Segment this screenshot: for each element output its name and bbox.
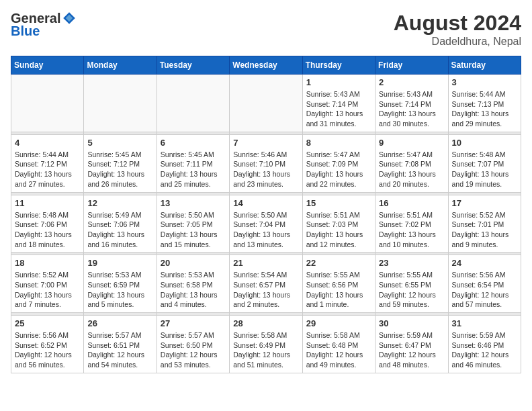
day-number: 31 bbox=[452, 318, 517, 328]
calendar-cell: 13Sunrise: 5:50 AM Sunset: 7:05 PM Dayli… bbox=[157, 195, 229, 253]
day-number: 8 bbox=[306, 138, 371, 148]
calendar-cell: 28Sunrise: 5:58 AM Sunset: 6:49 PM Dayli… bbox=[230, 316, 302, 373]
day-info: Sunrise: 5:57 AM Sunset: 6:50 PM Dayligh… bbox=[161, 330, 226, 370]
calendar-cell: 20Sunrise: 5:53 AM Sunset: 6:58 PM Dayli… bbox=[157, 255, 229, 313]
day-number: 29 bbox=[306, 318, 371, 328]
day-number: 30 bbox=[379, 318, 444, 328]
calendar-cell: 19Sunrise: 5:53 AM Sunset: 6:59 PM Dayli… bbox=[84, 255, 157, 313]
day-info: Sunrise: 5:55 AM Sunset: 6:55 PM Dayligh… bbox=[379, 270, 444, 310]
day-number: 12 bbox=[87, 198, 152, 208]
day-info: Sunrise: 5:44 AM Sunset: 7:12 PM Dayligh… bbox=[15, 150, 80, 189]
calendar-cell: 12Sunrise: 5:49 AM Sunset: 7:06 PM Dayli… bbox=[84, 195, 157, 253]
day-info: Sunrise: 5:54 AM Sunset: 6:57 PM Dayligh… bbox=[233, 270, 298, 310]
col-header-wednesday: Wednesday bbox=[230, 56, 302, 75]
day-number: 17 bbox=[452, 198, 517, 208]
day-number: 6 bbox=[161, 138, 226, 148]
day-number: 16 bbox=[379, 198, 444, 208]
calendar-cell: 6Sunrise: 5:45 AM Sunset: 7:11 PM Daylig… bbox=[157, 134, 229, 192]
col-header-sunday: Sunday bbox=[11, 56, 84, 75]
day-info: Sunrise: 5:53 AM Sunset: 6:58 PM Dayligh… bbox=[161, 270, 226, 310]
day-info: Sunrise: 5:51 AM Sunset: 7:02 PM Dayligh… bbox=[379, 210, 444, 250]
calendar-cell: 9Sunrise: 5:47 AM Sunset: 7:08 PM Daylig… bbox=[375, 134, 448, 192]
day-info: Sunrise: 5:50 AM Sunset: 7:05 PM Dayligh… bbox=[161, 210, 226, 250]
day-number: 4 bbox=[15, 138, 80, 148]
day-info: Sunrise: 5:49 AM Sunset: 7:06 PM Dayligh… bbox=[87, 210, 152, 250]
calendar-cell: 21Sunrise: 5:54 AM Sunset: 6:57 PM Dayli… bbox=[230, 255, 302, 313]
day-number: 19 bbox=[87, 258, 152, 268]
title-area: August 2024 Dadeldhura, Nepal bbox=[394, 11, 521, 48]
location: Dadeldhura, Nepal bbox=[394, 36, 521, 48]
day-info: Sunrise: 5:47 AM Sunset: 7:08 PM Dayligh… bbox=[379, 150, 444, 189]
calendar-cell: 26Sunrise: 5:57 AM Sunset: 6:51 PM Dayli… bbox=[84, 316, 157, 373]
calendar-cell bbox=[230, 75, 302, 132]
day-number: 21 bbox=[233, 258, 298, 268]
calendar-cell: 18Sunrise: 5:52 AM Sunset: 7:00 PM Dayli… bbox=[11, 255, 84, 313]
calendar-cell: 22Sunrise: 5:55 AM Sunset: 6:56 PM Dayli… bbox=[302, 255, 375, 313]
day-number: 20 bbox=[161, 258, 226, 268]
calendar-cell: 24Sunrise: 5:56 AM Sunset: 6:54 PM Dayli… bbox=[448, 255, 521, 313]
day-number: 2 bbox=[379, 77, 444, 87]
calendar-cell: 15Sunrise: 5:51 AM Sunset: 7:03 PM Dayli… bbox=[302, 195, 375, 253]
header-row: SundayMondayTuesdayWednesdayThursdayFrid… bbox=[11, 56, 521, 75]
day-info: Sunrise: 5:58 AM Sunset: 6:49 PM Dayligh… bbox=[233, 330, 298, 370]
week-row-1: 1Sunrise: 5:43 AM Sunset: 7:14 PM Daylig… bbox=[11, 75, 521, 132]
day-number: 13 bbox=[161, 198, 226, 208]
day-number: 24 bbox=[452, 258, 517, 268]
calendar-cell: 16Sunrise: 5:51 AM Sunset: 7:02 PM Dayli… bbox=[375, 195, 448, 253]
day-number: 14 bbox=[233, 198, 298, 208]
week-row-5: 25Sunrise: 5:56 AM Sunset: 6:52 PM Dayli… bbox=[11, 316, 521, 373]
calendar-cell: 8Sunrise: 5:47 AM Sunset: 7:09 PM Daylig… bbox=[302, 134, 375, 192]
day-number: 27 bbox=[161, 318, 226, 328]
day-number: 3 bbox=[452, 77, 517, 87]
day-info: Sunrise: 5:52 AM Sunset: 7:01 PM Dayligh… bbox=[452, 210, 517, 250]
day-info: Sunrise: 5:43 AM Sunset: 7:14 PM Dayligh… bbox=[306, 89, 371, 129]
calendar-cell: 5Sunrise: 5:45 AM Sunset: 7:12 PM Daylig… bbox=[84, 134, 157, 192]
col-header-friday: Friday bbox=[375, 56, 448, 75]
page-header: General Blue August 2024 Dadeldhura, Nep… bbox=[11, 11, 521, 48]
day-info: Sunrise: 5:45 AM Sunset: 7:11 PM Dayligh… bbox=[161, 150, 226, 189]
day-number: 7 bbox=[233, 138, 298, 148]
day-number: 26 bbox=[87, 318, 152, 328]
day-info: Sunrise: 5:48 AM Sunset: 7:07 PM Dayligh… bbox=[452, 150, 517, 189]
day-number: 25 bbox=[15, 318, 80, 328]
day-number: 23 bbox=[379, 258, 444, 268]
day-number: 9 bbox=[379, 138, 444, 148]
day-info: Sunrise: 5:45 AM Sunset: 7:12 PM Dayligh… bbox=[87, 150, 152, 189]
col-header-monday: Monday bbox=[84, 56, 157, 75]
calendar-cell: 10Sunrise: 5:48 AM Sunset: 7:07 PM Dayli… bbox=[448, 134, 521, 192]
calendar-cell: 30Sunrise: 5:59 AM Sunset: 6:47 PM Dayli… bbox=[375, 316, 448, 373]
calendar-cell: 7Sunrise: 5:46 AM Sunset: 7:10 PM Daylig… bbox=[230, 134, 302, 192]
month-year: August 2024 bbox=[394, 11, 521, 36]
calendar-cell: 25Sunrise: 5:56 AM Sunset: 6:52 PM Dayli… bbox=[11, 316, 84, 373]
day-info: Sunrise: 5:52 AM Sunset: 7:00 PM Dayligh… bbox=[15, 270, 80, 310]
calendar-cell: 11Sunrise: 5:48 AM Sunset: 7:06 PM Dayli… bbox=[11, 195, 84, 253]
day-info: Sunrise: 5:59 AM Sunset: 6:47 PM Dayligh… bbox=[379, 330, 444, 370]
day-info: Sunrise: 5:50 AM Sunset: 7:04 PM Dayligh… bbox=[233, 210, 298, 250]
calendar-cell: 1Sunrise: 5:43 AM Sunset: 7:14 PM Daylig… bbox=[302, 75, 375, 132]
calendar-cell: 27Sunrise: 5:57 AM Sunset: 6:50 PM Dayli… bbox=[157, 316, 229, 373]
calendar-cell: 3Sunrise: 5:44 AM Sunset: 7:13 PM Daylig… bbox=[448, 75, 521, 132]
day-info: Sunrise: 5:59 AM Sunset: 6:46 PM Dayligh… bbox=[452, 330, 517, 370]
day-number: 28 bbox=[233, 318, 298, 328]
calendar-cell: 31Sunrise: 5:59 AM Sunset: 6:46 PM Dayli… bbox=[448, 316, 521, 373]
calendar-cell bbox=[84, 75, 157, 132]
day-number: 15 bbox=[306, 198, 371, 208]
col-header-thursday: Thursday bbox=[302, 56, 375, 75]
day-info: Sunrise: 5:47 AM Sunset: 7:09 PM Dayligh… bbox=[306, 150, 371, 189]
calendar: SundayMondayTuesdayWednesdayThursdayFrid… bbox=[11, 56, 521, 373]
col-header-saturday: Saturday bbox=[448, 56, 521, 75]
week-row-2: 4Sunrise: 5:44 AM Sunset: 7:12 PM Daylig… bbox=[11, 134, 521, 192]
day-number: 11 bbox=[15, 198, 80, 208]
day-info: Sunrise: 5:56 AM Sunset: 6:52 PM Dayligh… bbox=[15, 330, 80, 370]
day-info: Sunrise: 5:51 AM Sunset: 7:03 PM Dayligh… bbox=[306, 210, 371, 250]
col-header-tuesday: Tuesday bbox=[157, 56, 229, 75]
calendar-cell: 29Sunrise: 5:58 AM Sunset: 6:48 PM Dayli… bbox=[302, 316, 375, 373]
day-number: 10 bbox=[452, 138, 517, 148]
calendar-cell: 4Sunrise: 5:44 AM Sunset: 7:12 PM Daylig… bbox=[11, 134, 84, 192]
calendar-cell: 23Sunrise: 5:55 AM Sunset: 6:55 PM Dayli… bbox=[375, 255, 448, 313]
calendar-cell: 2Sunrise: 5:43 AM Sunset: 7:14 PM Daylig… bbox=[375, 75, 448, 132]
logo: General Blue bbox=[11, 11, 77, 39]
week-row-4: 18Sunrise: 5:52 AM Sunset: 7:00 PM Dayli… bbox=[11, 255, 521, 313]
day-number: 5 bbox=[87, 138, 152, 148]
day-info: Sunrise: 5:57 AM Sunset: 6:51 PM Dayligh… bbox=[87, 330, 152, 370]
